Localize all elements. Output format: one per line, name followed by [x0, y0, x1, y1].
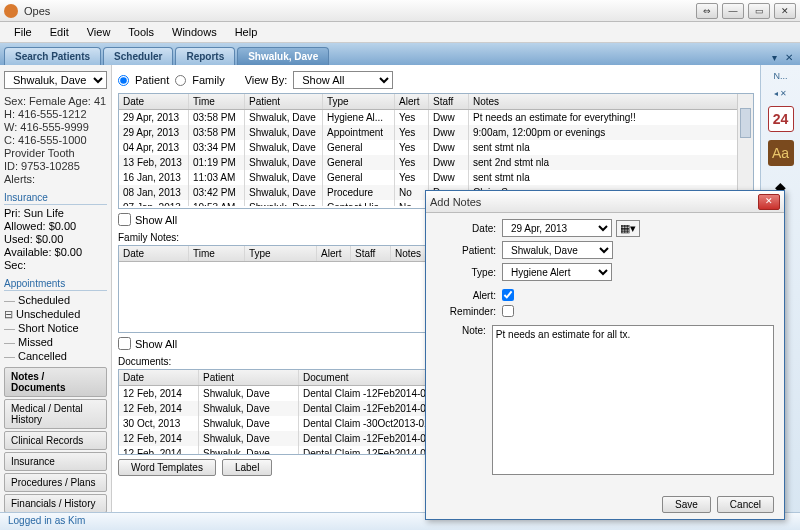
dialog-close-icon[interactable]: ✕: [758, 194, 780, 210]
menu-view[interactable]: View: [79, 24, 119, 40]
panel-procedures[interactable]: Procedures / Plans: [4, 473, 107, 492]
tab-reports[interactable]: Reports: [175, 47, 235, 65]
patient-select-dlg[interactable]: Shwaluk, Dave: [502, 241, 613, 259]
tab-close-icon[interactable]: ✕: [782, 52, 796, 63]
app-title: Opes: [24, 5, 696, 17]
word-templates-button[interactable]: Word Templates: [118, 459, 216, 476]
tree-scheduled[interactable]: Scheduled: [4, 293, 107, 307]
table-row[interactable]: 04 Apr, 201303:34 PMShwaluk, DaveGeneral…: [119, 140, 753, 155]
tab-scheduler[interactable]: Scheduler: [103, 47, 173, 65]
menubar: File Edit View Tools Windows Help: [0, 22, 800, 43]
appointments-head: Appointments: [4, 278, 107, 291]
tab-search-patients[interactable]: Search Patients: [4, 47, 101, 65]
showall-1[interactable]: [118, 213, 131, 226]
titlebar: Opes ⇔ — ▭ ✕: [0, 0, 800, 22]
table-row[interactable]: 16 Jan, 201311:03 AMShwaluk, DaveGeneral…: [119, 170, 753, 185]
minimize-btn[interactable]: —: [722, 3, 744, 19]
maximize-btn[interactable]: ▭: [748, 3, 770, 19]
table-row[interactable]: 29 Apr, 201303:58 PMShwaluk, DaveAppoint…: [119, 125, 753, 140]
panel-financials[interactable]: Financials / History: [4, 494, 107, 513]
note-textarea[interactable]: [492, 325, 774, 475]
tree-shortnotice[interactable]: Short Notice: [4, 321, 107, 335]
table-row[interactable]: 13 Feb, 201301:19 PMShwaluk, DaveGeneral…: [119, 155, 753, 170]
label-button[interactable]: Label: [222, 459, 272, 476]
radio-patient[interactable]: [118, 75, 129, 86]
tree-unscheduled[interactable]: Unscheduled: [4, 307, 107, 321]
patient-select[interactable]: Shwaluk, Dave: [4, 71, 107, 89]
app-icon: [4, 4, 18, 18]
menu-edit[interactable]: Edit: [42, 24, 77, 40]
patient-info: Sex: Female Age: 41 H: 416-555-1212 W: 4…: [4, 95, 107, 186]
radio-family[interactable]: [175, 75, 186, 86]
add-notes-dialog: Add Notes ✕ Date:29 Apr, 2013▦▾ Patient:…: [425, 190, 785, 520]
panel-notes[interactable]: Notes / Documents: [4, 367, 107, 397]
reminder-checkbox[interactable]: [502, 305, 514, 317]
showall-2[interactable]: [118, 337, 131, 350]
date-select[interactable]: 29 Apr, 2013: [502, 219, 612, 237]
dialog-title: Add Notes: [430, 196, 758, 208]
dictionary-icon[interactable]: Aa: [768, 140, 794, 166]
menu-tools[interactable]: Tools: [120, 24, 162, 40]
panel-clinical[interactable]: Clinical Records: [4, 431, 107, 450]
calendar-icon[interactable]: 24: [768, 106, 794, 132]
insurance-head: Insurance: [4, 192, 107, 205]
sidebar: Shwaluk, Dave Sex: Female Age: 41 H: 416…: [0, 65, 112, 519]
menu-help[interactable]: Help: [227, 24, 266, 40]
resize-btn[interactable]: ⇔: [696, 3, 718, 19]
panel-medical[interactable]: Medical / Dental History: [4, 399, 107, 429]
panel-insurance[interactable]: Insurance: [4, 452, 107, 471]
table-row[interactable]: 29 Apr, 201303:58 PMShwaluk, DaveHygiene…: [119, 110, 753, 125]
insurance-info: Pri: Sun Life Allowed: $0.00 Used: $0.00…: [4, 207, 107, 272]
tab-dropdown-icon[interactable]: ▾: [769, 52, 780, 63]
save-button[interactable]: Save: [662, 496, 711, 513]
appointments-tree: Scheduled Unscheduled Short Notice Misse…: [4, 293, 107, 363]
type-select[interactable]: Hygiene Alert: [502, 263, 612, 281]
menu-file[interactable]: File: [6, 24, 40, 40]
date-picker-icon[interactable]: ▦▾: [616, 220, 640, 237]
tree-missed[interactable]: Missed: [4, 335, 107, 349]
cancel-button[interactable]: Cancel: [717, 496, 774, 513]
menu-windows[interactable]: Windows: [164, 24, 225, 40]
tree-cancelled[interactable]: Cancelled: [4, 349, 107, 363]
alert-checkbox[interactable]: [502, 289, 514, 301]
tab-patient[interactable]: Shwaluk, Dave: [237, 47, 329, 65]
viewby-select[interactable]: Show All: [293, 71, 393, 89]
tabbar: Search Patients Scheduler Reports Shwalu…: [0, 43, 800, 65]
close-btn[interactable]: ✕: [774, 3, 796, 19]
